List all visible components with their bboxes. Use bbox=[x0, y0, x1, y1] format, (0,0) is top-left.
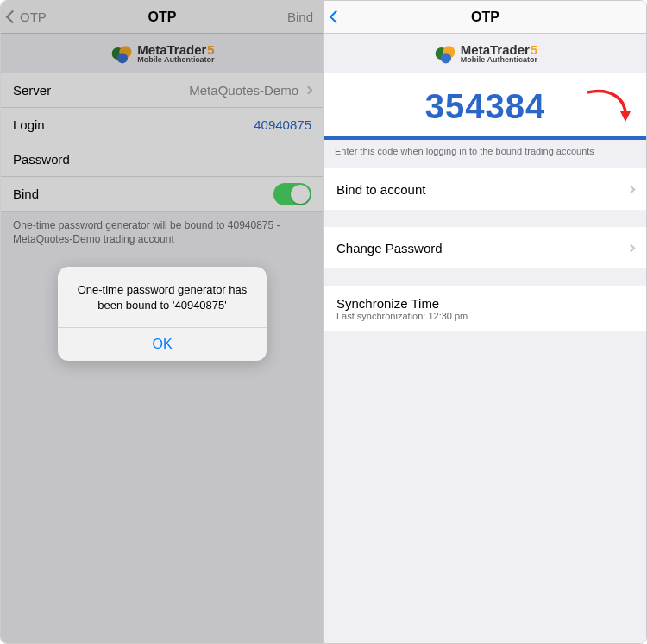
svg-point-5 bbox=[441, 53, 451, 63]
otp-code: 354384 bbox=[425, 87, 545, 126]
bind-to-account-row[interactable]: Bind to account bbox=[324, 168, 646, 210]
nav-bar: OTP bbox=[324, 1, 646, 34]
nav-back-button[interactable]: OTP bbox=[8, 1, 47, 33]
chevron-left-icon bbox=[6, 10, 20, 24]
brand-header: MetaTrader5 Mobile Authenticator bbox=[1, 34, 324, 73]
synchronize-time-label: Synchronize Time bbox=[336, 296, 439, 311]
server-label: Server bbox=[13, 83, 51, 98]
chevron-left-icon bbox=[330, 10, 343, 24]
nav-title: OTP bbox=[148, 9, 177, 25]
synchronize-time-row[interactable]: Synchronize Time Last synchronization: 1… bbox=[324, 286, 646, 331]
bind-toggle[interactable] bbox=[273, 183, 311, 205]
change-password-row[interactable]: Change Password bbox=[324, 227, 646, 268]
bind-to-account-label: Bind to account bbox=[336, 182, 425, 197]
nav-bar: OTP OTP Bind bbox=[1, 1, 324, 34]
bind-label: Bind bbox=[287, 9, 313, 24]
otp-display: 354384 bbox=[324, 73, 646, 140]
synchronize-time-sub: Last synchronization: 12:30 pm bbox=[336, 311, 468, 321]
chevron-right-icon bbox=[627, 185, 636, 193]
change-password-label: Change Password bbox=[336, 241, 443, 256]
alert-message: One-time password generator has been bou… bbox=[58, 267, 267, 327]
svg-point-2 bbox=[117, 53, 128, 63]
brand-text: MetaTrader5 Mobile Authenticator bbox=[137, 43, 214, 64]
server-row[interactable]: Server MetaQuotes-Demo bbox=[1, 73, 324, 108]
separator bbox=[324, 268, 646, 286]
brand-subtitle: Mobile Authenticator bbox=[461, 56, 537, 64]
countdown-arrow-icon bbox=[582, 85, 634, 123]
metatrader-logo-icon bbox=[110, 41, 134, 66]
otp-hint: Enter this code when logging in to the b… bbox=[324, 140, 646, 168]
brand-header: MetaTrader5 Mobile Authenticator bbox=[324, 34, 646, 73]
separator bbox=[324, 210, 646, 227]
login-value: 40940875 bbox=[254, 117, 311, 132]
alert-dialog: One-time password generator has been bou… bbox=[58, 267, 267, 361]
password-label: Password bbox=[13, 152, 70, 167]
bind-button[interactable]: Bind bbox=[287, 1, 313, 33]
alert-ok-button[interactable]: OK bbox=[58, 327, 267, 361]
server-value-text: MetaQuotes-Demo bbox=[189, 83, 298, 98]
nav-back-label: OTP bbox=[20, 9, 47, 24]
metatrader-logo-icon bbox=[433, 41, 457, 66]
server-value: MetaQuotes-Demo bbox=[189, 83, 311, 98]
brand-text: MetaTrader5 Mobile Authenticator bbox=[461, 43, 537, 64]
chevron-right-icon bbox=[627, 243, 636, 252]
chevron-right-icon bbox=[305, 86, 313, 95]
password-row[interactable]: Password bbox=[1, 142, 324, 177]
otp-progress-bar bbox=[324, 136, 646, 140]
nav-back-button[interactable] bbox=[331, 1, 343, 33]
login-label: Login bbox=[13, 117, 45, 132]
brand-subtitle: Mobile Authenticator bbox=[137, 56, 214, 64]
login-row[interactable]: Login 40940875 bbox=[1, 108, 324, 142]
bind-row-label: Bind bbox=[13, 186, 39, 201]
nav-title: OTP bbox=[471, 9, 499, 25]
bind-row: Bind bbox=[1, 177, 324, 212]
footer-note: One-time password generator will be boun… bbox=[1, 212, 324, 253]
